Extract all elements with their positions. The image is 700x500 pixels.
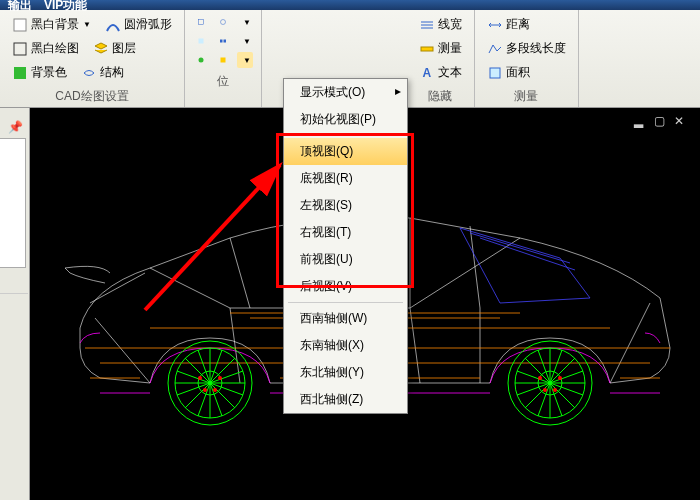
menu-right-view[interactable]: 右视图(T) [284,219,407,246]
smooth-label: 圆滑弧形 [124,16,172,33]
menu-left-view[interactable]: 左视图(S) [284,192,407,219]
svg-rect-8 [223,40,226,43]
svg-rect-0 [14,19,26,31]
group-hide: 线宽 测量 A 文本 隐藏 [407,10,475,107]
group-measure: 距离 多段线长度 面积 测量 [475,10,579,107]
bw-draw-button[interactable]: 黑白绘图 [8,38,83,59]
pin-icon[interactable]: 📌 [8,120,23,134]
menu-back-view[interactable]: 后视图(V) [284,273,407,300]
panel-blank2 [0,293,28,413]
menu-display-mode[interactable]: 显示模式(O)▸ [284,79,407,106]
distance-button[interactable]: 距离 [483,14,570,35]
multi-label: 多段线长度 [506,40,566,57]
svg-point-22 [218,376,222,380]
tool-icon-5[interactable] [193,52,209,68]
structure-label: 结构 [100,64,124,81]
smooth-arc-button[interactable]: 圆滑弧形 [101,14,176,35]
area-button[interactable]: 面积 [483,62,570,83]
bw-bg-label: 黑白背景 [31,16,79,33]
maximize-icon[interactable]: ▢ [654,114,668,128]
menu-ne-iso[interactable]: 东北轴侧(Y) [284,359,407,386]
measure-button[interactable]: 测量 [415,38,466,59]
area-label: 面积 [506,64,530,81]
chevron-right-icon: ▸ [395,84,401,98]
svg-point-21 [198,376,202,380]
minimize-icon[interactable]: ▂ [634,114,648,128]
area-icon [487,65,503,81]
svg-rect-3 [198,20,203,25]
text-label: 文本 [438,64,462,81]
svg-rect-6 [198,39,203,44]
linewidth-icon [419,17,435,33]
svg-point-24 [213,388,217,392]
svg-point-28 [553,388,557,392]
bw-draw-label: 黑白绘图 [31,40,79,57]
structure-button[interactable]: 结构 [77,62,128,83]
color-icon [12,65,28,81]
svg-rect-14 [490,68,500,78]
panel-blank [0,138,26,268]
title-bar: 输出 VIP功能 [0,0,700,10]
arc-icon [105,17,121,33]
view-dropdown-icon[interactable]: ▼ [237,52,253,68]
linewidth-button[interactable]: 线宽 [415,14,466,35]
text-button[interactable]: A 文本 [415,62,466,83]
dist-icon [487,17,503,33]
svg-point-27 [543,388,547,392]
measure-label: 测量 [438,40,462,57]
ruler-icon [419,41,435,57]
side-panel: 📌 [0,108,30,500]
structure-icon [81,65,97,81]
layer-label: 图层 [112,40,136,57]
menu-nw-iso[interactable]: 西北轴侧(Z) [284,386,407,413]
menu-sw-iso[interactable]: 西南轴侧(W) [284,305,407,332]
zoom-out-icon[interactable]: ▼ [237,33,253,49]
menu-separator [288,135,403,136]
viewport-controls: 📌 ▂ ▢ ✕ [634,114,688,128]
menu-label: 显示模式(O) [300,85,365,99]
group-label-pos: 位 [193,73,253,90]
svg-rect-11 [220,58,225,63]
close-icon[interactable]: ✕ [674,114,688,128]
bg-color-label: 背景色 [31,64,67,81]
svg-point-23 [203,388,207,392]
svg-rect-7 [220,40,223,43]
polyline-icon [487,41,503,57]
zoom-icon[interactable]: ▼ [237,14,253,30]
menu-init-view[interactable]: 初始化视图(P) [284,106,407,133]
svg-rect-1 [14,43,26,55]
menu-front-view[interactable]: 前视图(U) [284,246,407,273]
tool-icon-3[interactable] [193,33,209,49]
menu-top-view[interactable]: 顶视图(Q) [284,138,407,165]
bg-color-button[interactable]: 背景色 [8,62,71,83]
svg-point-4 [220,20,225,25]
menu-bottom-view[interactable]: 底视图(R) [284,165,407,192]
view-context-menu: 显示模式(O)▸ 初始化视图(P) 顶视图(Q) 底视图(R) 左视图(S) 右… [283,78,408,414]
svg-point-26 [558,376,562,380]
tool-icon-4[interactable] [215,33,231,49]
square-icon [12,17,28,33]
svg-point-10 [198,58,203,63]
group-position: ▼ ▼ ▼ 位 [185,10,262,107]
group-label-cad: CAD绘图设置 [8,88,176,105]
bw-bg-button[interactable]: 黑白背景 ▼ [8,14,95,35]
polyline-button[interactable]: 多段线长度 [483,38,570,59]
menu-separator [288,302,403,303]
chevron-down-icon: ▼ [83,20,91,29]
group-label-hide: 隐藏 [415,88,466,105]
dist-label: 距离 [506,16,530,33]
menu-se-iso[interactable]: 东南轴侧(X) [284,332,407,359]
text-icon: A [419,65,435,81]
svg-rect-2 [14,67,26,79]
layer-button[interactable]: 图层 [89,38,140,59]
group-cad-settings: 黑白背景 ▼ 圆滑弧形 黑白绘图 图层 背景色 [0,10,185,107]
tool-icon-1[interactable] [193,14,209,30]
svg-point-25 [538,376,542,380]
draw-icon [12,41,28,57]
tool-icon-6[interactable] [215,52,231,68]
svg-rect-13 [421,47,433,51]
lw-label: 线宽 [438,16,462,33]
tool-icon-2[interactable] [215,14,231,30]
group-label-measure: 测量 [483,88,570,105]
layer-icon [93,41,109,57]
